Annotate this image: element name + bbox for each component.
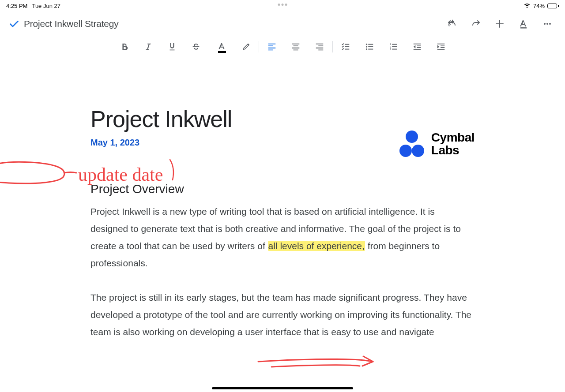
status-date: Tue Jun 27 [32, 3, 60, 9]
text-color-button[interactable] [210, 38, 234, 56]
indent-button[interactable] [429, 38, 453, 56]
done-check-button[interactable] [4, 18, 24, 30]
underline-button[interactable] [160, 38, 184, 56]
numbered-list-button[interactable]: 123 [381, 38, 405, 56]
section-heading[interactable]: Project Overview [90, 182, 475, 196]
logo-text-line1: Cymbal [431, 131, 475, 144]
svg-rect-0 [520, 27, 527, 29]
toolbar-separator [209, 41, 209, 52]
logo-mark-icon [399, 131, 426, 157]
doc-date[interactable]: May 1, 2023 [90, 138, 139, 148]
formatting-toolbar: 123 [0, 36, 565, 57]
bulleted-list-button[interactable] [358, 38, 381, 56]
svg-point-3 [549, 23, 551, 25]
redo-button[interactable] [466, 14, 486, 34]
bold-button[interactable] [113, 38, 136, 56]
align-center-button[interactable] [284, 38, 308, 56]
strikethrough-button[interactable] [184, 38, 208, 56]
highlight-color-button[interactable] [234, 38, 258, 56]
checklist-button[interactable] [334, 38, 358, 56]
svg-text:3: 3 [389, 48, 391, 50]
paragraph-2[interactable]: The project is still in its early stages… [90, 289, 475, 341]
add-button[interactable] [490, 14, 509, 34]
align-left-button[interactable] [260, 38, 284, 56]
para2-underlined: is easy to use and navigate [322, 327, 434, 337]
italic-button[interactable] [136, 38, 160, 56]
home-indicator[interactable] [212, 387, 353, 389]
battery-percent: 74% [533, 3, 545, 9]
svg-point-4 [365, 44, 367, 45]
wifi-icon [524, 3, 531, 8]
status-bar: 4:25 PM Tue Jun 27 74% [0, 0, 565, 11]
battery-icon [547, 4, 559, 8]
para1-highlight: all levels of experience, [268, 241, 365, 251]
logo-text-line2: Labs [431, 144, 475, 157]
status-time: 4:25 PM [6, 3, 27, 9]
paragraph-1[interactable]: Project Inkwell is a new type of writing… [90, 203, 475, 272]
text-format-button[interactable] [514, 14, 533, 34]
toolbar-separator [259, 41, 259, 52]
align-right-button[interactable] [308, 38, 331, 56]
svg-point-5 [365, 46, 367, 47]
toolbar-separator [332, 41, 333, 52]
document-canvas[interactable]: Project Inkwell May 1, 2023 Project Over… [0, 57, 565, 341]
highlight-color-swatch [242, 51, 250, 53]
undo-button[interactable] [442, 14, 462, 34]
svg-point-6 [365, 49, 367, 50]
company-logo: Cymbal Labs [399, 131, 475, 157]
svg-point-1 [544, 23, 546, 25]
document-title[interactable]: Project Inkwell Strategy [24, 19, 119, 29]
more-button[interactable] [538, 14, 557, 34]
doc-heading[interactable]: Project Inkwell [90, 106, 232, 132]
text-color-swatch [218, 51, 226, 53]
svg-point-2 [546, 23, 548, 25]
app-header: Project Inkwell Strategy [0, 11, 565, 36]
outdent-button[interactable] [405, 38, 429, 56]
multitask-dots[interactable] [278, 4, 287, 6]
